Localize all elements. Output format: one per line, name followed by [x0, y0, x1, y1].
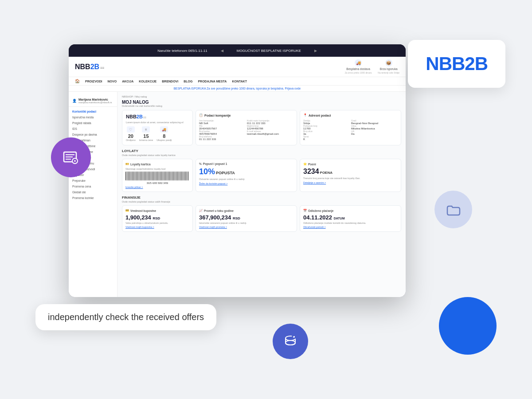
loyalty-section-header: LOYLATY — [122, 149, 401, 153]
company-title: 📋 Podaci kompanije — [199, 113, 293, 117]
promo-bar-text: BESPLATNA ISPORUKA Za sve porudžbine pre… — [174, 87, 285, 90]
nav-products[interactable]: PROIZVODI — [85, 80, 102, 83]
izmena-label: Izmena cene — [139, 139, 153, 141]
discount-title: % Popust i popust 1 — [199, 162, 293, 165]
discount-link[interactable]: Želim da koristim popust > — [199, 182, 293, 185]
site-header: NBB2B≡≡ 🚚 Besplatna dostava Za iznos pre… — [69, 57, 406, 77]
delivery-label: Besplatna dostava — [346, 67, 370, 70]
points-link[interactable]: Detaljnije o asenim > — [303, 181, 398, 184]
circle-purple-decoration — [51, 137, 91, 177]
loyalty-barcode-subtitle: Skeniraje svoje/indirektno loyalty kod — [125, 168, 189, 170]
turnover-desc: Iskoristite ostvareni popust online ili … — [199, 222, 293, 224]
sidebar-item-rabata[interactable]: Pregled rabata — [69, 120, 117, 126]
barcode — [125, 172, 189, 180]
promo-bar: BESPLATNA ISPORUKA Za sve porudžbine pre… — [69, 86, 406, 92]
nav-kolekcije[interactable]: KOLEKCIJE — [139, 80, 156, 83]
points-value-row: 3234 POENA — [303, 168, 398, 176]
nav-brendovi[interactable]: BRENDOVI — [162, 80, 178, 83]
nav-blog[interactable]: BLOG — [184, 80, 192, 83]
address-icon: 📍 — [303, 113, 307, 117]
sidebar-item-isporucna[interactable]: Isporučna mesta — [69, 114, 117, 120]
izmena-icon: ≡ — [142, 126, 150, 133]
speech-bubble: independently check the received offers — [35, 304, 216, 330]
nav-kontakt[interactable]: KONTAKT — [232, 80, 247, 83]
account-card: NBB2B≡≡ Lorem ipsum dolor sit amet, cons… — [122, 110, 193, 145]
account-subtitle: Dobrodošli na vaš korisnički nalog — [122, 105, 401, 107]
finance-section-subtitle: Ovde možete pogledati status vaših finan… — [122, 200, 401, 203]
deferred-card: 📅 Odloženo plaćanje 04.11.2022 DATUM Odl… — [300, 205, 401, 232]
stats-row: ♡ 20 Omiljeno ≡ 15 Izmena cene 🚚 — [126, 126, 189, 141]
city-field: Grad: Beograd-Novi Beograd — [351, 119, 398, 125]
phone-number: Naručite telefonom 065/1-11-11 — [157, 49, 207, 53]
address-data-card: 📍 Adresni podaci Zemlja: Srbija Poštans — [300, 110, 401, 145]
loyalty-link[interactable]: Izvezite prikaz > — [125, 186, 189, 188]
sidebar: 👤 Marijana Marinkovic marijana.marinkovi… — [69, 92, 117, 297]
circle-database-decoration — [273, 324, 308, 359]
website-content: NBB2B≡≡ 🚚 Besplatna dostava Za iznos pre… — [69, 57, 406, 297]
nav-prodajna[interactable]: PRODAJNA MESTA — [198, 80, 227, 83]
sidebar-item-ids[interactable]: IDS — [69, 126, 117, 132]
account-header: MOJ NALOG Dobrodošli na vaš korisnički n… — [122, 100, 401, 107]
points-card: ⭐ Poeni 3234 POENA Trenutni broj poena k… — [300, 159, 401, 192]
points-icon: ⭐ — [303, 162, 307, 166]
email-field: E-mail adresa: testmail.nbsoft@gmail.com — [247, 130, 293, 135]
address-data-grid: Zemlja: Srbija Poštanski broj: 11700 Bro… — [303, 119, 398, 141]
site-logo: NBB2B≡≡ — [75, 63, 104, 71]
discount-percent: 10% — [199, 167, 215, 176]
stat-omiljeno: ♡ 20 Omiljeno — [126, 126, 136, 141]
turnover-title: 📈 Promet u toku godine — [199, 209, 293, 212]
purchase-title: 💳 Vrednost kupovine — [125, 209, 189, 212]
svg-point-12 — [294, 336, 295, 337]
sidebar-item-preporuke[interactable]: Preporuke — [69, 178, 117, 184]
nav-novo[interactable]: NOVO — [108, 80, 117, 83]
sidebar-item-gledali[interactable]: Gledali ste — [69, 189, 117, 195]
postal-field: Poštanski broj: 11700 — [303, 125, 350, 130]
purchase-value: 1,900,234 RSD — [125, 214, 189, 221]
stat-posiljke: 🚚 8 Ukupno posilji — [156, 126, 172, 141]
site-nav: 🏠 PROIZVODI NOVO AKCIJA KOLEKCIJE BRENDO… — [69, 77, 406, 86]
sidebar-item-dospece[interactable]: Dospece po davina — [69, 132, 117, 137]
sidebar-item-korisnicki[interactable]: Korisnički podaci — [69, 109, 117, 114]
circle-blue-decoration — [439, 297, 497, 355]
discount-value-row: 10% POPUSTA — [199, 167, 293, 176]
loyalty-card-title: 🎫 Loyalty kartica — [125, 162, 189, 166]
header-delivery: 🚚 Besplatna dostava Za iznos preko 1000 … — [345, 59, 372, 74]
logo-part2: B2B — [452, 53, 488, 74]
barcode-number: 3025 4265 5082 3456 — [125, 182, 189, 184]
discount-card: % Popust i popust 1 10% POPUSTA Ostvarit… — [196, 159, 297, 192]
bank-field: Broj banke: 465786976054 — [199, 130, 246, 135]
browser-topbar: Naručite telefonom 065/1-11-11 ◀ MOGUĆNO… — [69, 44, 406, 57]
deferred-value: 04.11.2022 DATUM — [303, 214, 398, 221]
discount-icon: % — [199, 162, 202, 165]
omiljeno-label: Omiljeno — [126, 139, 136, 141]
svg-point-8 — [286, 340, 295, 345]
purchase-desc: Vaša potrošnja u obračunskom periodu. — [125, 222, 189, 224]
company-icon: 📋 — [199, 113, 203, 117]
turnover-value: 367,900,234 RSD — [199, 214, 293, 221]
user-name: Marijana Marinkovic — [78, 98, 112, 101]
discount-desc: Ostvarite savaren popust online ili u ra… — [199, 178, 293, 180]
finance-section-header: FINANSIJE — [122, 196, 401, 200]
turnover-link[interactable]: Vrednost mojih prometa > — [199, 226, 293, 228]
posiljke-icon: 🚚 — [160, 126, 168, 133]
account-desc: Lorem ipsum dolor sit amet, consectetur … — [126, 121, 189, 124]
fast-delivery-icon: 📦 — [385, 59, 392, 66]
account-nbb-logo: NBB2B≡≡ — [126, 114, 189, 119]
sidebar-item-lozinke[interactable]: Promena lozinke — [69, 195, 117, 201]
short-name-field: Kratki naziv kompanije: 011 11 222 333 — [247, 119, 293, 125]
nav-akcija[interactable]: AKCIJA — [122, 80, 133, 83]
omiljeno-value: 20 — [128, 133, 133, 139]
deferred-title: 📅 Odloženo plaćanje — [303, 209, 398, 212]
country-field: Zemlja: Srbija — [303, 119, 350, 125]
turnover-card: 📈 Promet u toku godine 367,900,234 RSD I… — [196, 205, 297, 232]
header-fast-delivery: 📦 Brza isporuka Na teritoriji cele Srbij… — [378, 59, 399, 74]
deferred-desc: Odloženo plaćanje možete koristiti do na… — [303, 222, 398, 224]
purchase-link[interactable]: Vrednost mojih kupovina > — [125, 226, 189, 228]
deferred-link[interactable]: Obračunski periodi > — [303, 226, 398, 228]
omiljeno-icon: ♡ — [127, 126, 135, 133]
promo-link[interactable]: Prijava ovde — [285, 87, 301, 90]
sidebar-item-promena-cena[interactable]: Promena cena — [69, 184, 117, 189]
stat-izmena: ≡ 15 Izmena cene — [139, 126, 153, 141]
lift-field: Lift: Da — [351, 130, 398, 135]
purchase-card: 💳 Vrednost kupovine 1,900,234 RSD Vaša p… — [122, 205, 193, 232]
